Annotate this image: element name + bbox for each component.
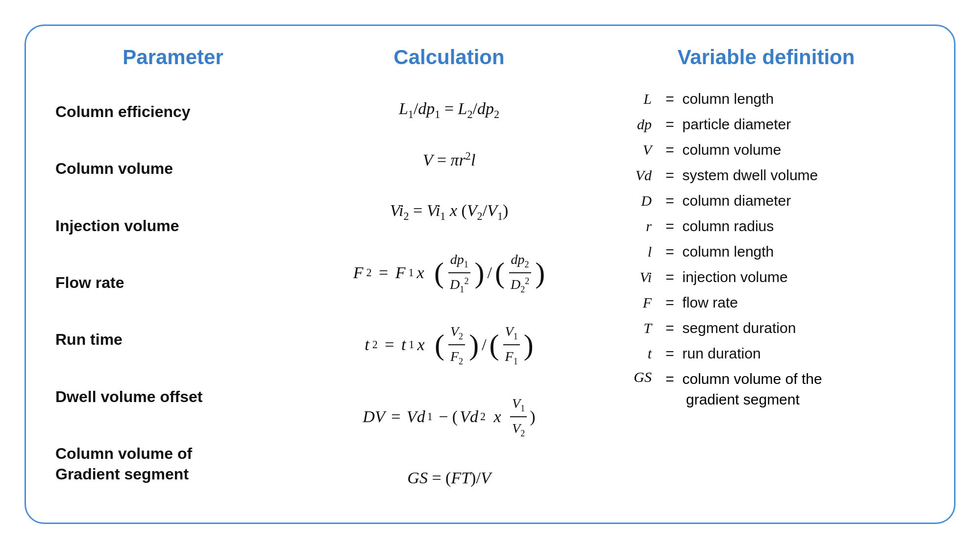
formula-injection-volume: Vi2 = Vi1 x (V2/V1) [390,198,509,224]
def-dp: dp = particle diameter [627,114,925,135]
def-l: l = column length [627,241,925,262]
formula-dwell-volume: DV = Vd1 − (Vd2 x V1 V2 ) [363,393,535,440]
def-Vd: Vd = system dwell volume [627,165,925,186]
param-run-time: Run time [55,330,281,350]
def-Vi: Vi = injection volume [627,267,925,287]
formula-column-volume: V = πr2l [423,147,476,172]
def-T: T = segment duration [627,318,925,338]
parameter-column: Column efficiency Column volume Injectio… [55,84,291,503]
def-D: D = column diameter [627,191,925,211]
definition-column: L = column length dp = particle diameter… [608,84,925,503]
param-flow-rate: Flow rate [55,273,281,293]
def-r: r = column radius [627,216,925,237]
header-calculation: Calculation [291,46,608,84]
formula-gradient-segment: GS = (FT)/V [407,465,490,490]
param-column-volume: Column volume [55,159,281,179]
header-parameter: Parameter [55,46,291,84]
def-t: t = run duration [627,343,925,364]
param-column-efficiency: Column efficiency [55,102,281,122]
formula-flow-rate: F2 = F1x ( dp1 D12 ) / ( dp2 D22 ) [353,249,545,296]
formula-column-efficiency: L1/dp1 = L2/dp2 [399,96,499,122]
def-F: F = flow rate [627,292,925,313]
def-V: V = column volume [627,140,925,160]
calculation-column: L1/dp1 = L2/dp2 V = πr2l Vi2 = Vi1 x (V2… [291,84,608,503]
param-gradient-segment: Column volume ofGradient segment [55,444,281,484]
main-card: Parameter Calculation Variable definitio… [24,24,956,524]
param-dwell-volume: Dwell volume offset [55,387,281,407]
def-L: L = column length [627,89,925,109]
param-injection-volume: Injection volume [55,216,281,237]
def-GS: GS = column volume of the gradient segme… [627,369,925,410]
formula-run-time: t2 = t1x ( V2 F2 ) / ( V1 F1 ) [365,321,534,368]
header-variable-definition: Variable definition [608,46,925,84]
